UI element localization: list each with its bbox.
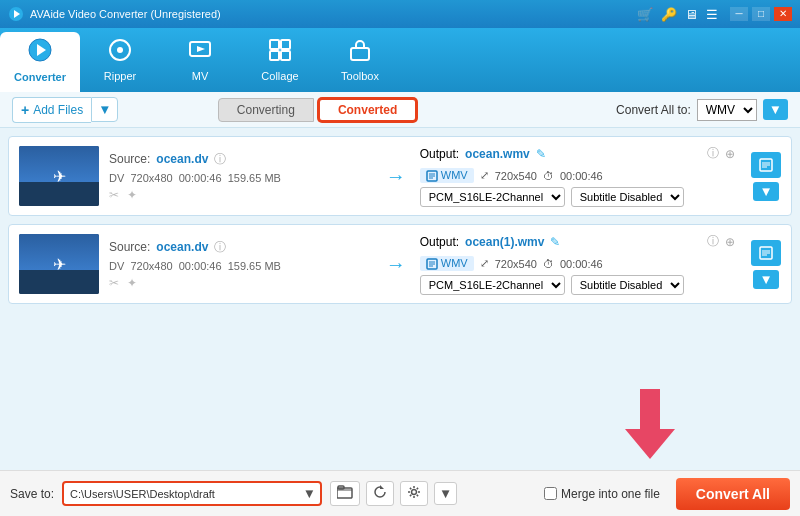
add-files-button[interactable]: + Add Files: [12, 97, 91, 123]
subtitle-select[interactable]: Subtitle Disabled: [571, 187, 684, 207]
item-options-dropdown[interactable]: ▼: [753, 270, 778, 289]
save-path-input[interactable]: [64, 485, 299, 503]
save-path-dropdown-button[interactable]: ▼: [299, 483, 320, 504]
convert-all-to-select[interactable]: WMV MP4 AVI: [697, 99, 757, 121]
bottom-icons: ▼: [330, 481, 457, 506]
info-icon[interactable]: ⓘ: [214, 239, 226, 256]
cart-icon[interactable]: 🛒: [637, 7, 653, 22]
item-convert-btn-group: ▼: [751, 240, 781, 289]
app-title: AVAide Video Converter (Unregistered): [30, 8, 637, 20]
nav-toolbox[interactable]: Toolbox: [320, 32, 400, 92]
nav-converter-label: Converter: [14, 71, 66, 83]
output-settings: WMV ⤢ 720x540 ⏱ 00:00:46 PCM_S16LE-2Chan…: [420, 168, 735, 207]
effects-icon[interactable]: ✦: [127, 188, 137, 202]
svg-rect-11: [281, 51, 290, 60]
output-row3: PCM_S16LE-2Channel Subtitle Disabled: [420, 187, 735, 207]
output-row1: Output: ocean(1).wmv ✎ ⓘ ⊕: [420, 233, 735, 250]
merge-checkbox-group: Merge into one file: [544, 487, 660, 501]
nav-items: Converter Ripper MV Collage: [0, 28, 400, 92]
merge-checkbox[interactable]: [544, 487, 557, 500]
subtitle-select[interactable]: Subtitle Disabled: [571, 275, 684, 295]
file-actions: ✂ ✦: [109, 188, 372, 202]
edit-icon[interactable]: ✎: [536, 147, 546, 161]
tab-group: Converting Converted: [218, 98, 417, 122]
size-label: 159.65 MB: [228, 172, 281, 184]
plus-icon: +: [21, 102, 29, 118]
nav-ripper-label: Ripper: [104, 70, 136, 82]
output-info: Output: ocean(1).wmv ✎ ⓘ ⊕ WMV ⤢ 720x540: [420, 233, 735, 295]
collage-icon: [268, 38, 292, 68]
item-options-dropdown[interactable]: ▼: [753, 182, 778, 201]
cut-icon[interactable]: ✂: [109, 276, 119, 290]
mv-icon: [188, 38, 212, 68]
res-icon: ⤢: [480, 257, 489, 270]
output-plus-icon[interactable]: ⊕: [725, 235, 735, 249]
nav-ripper[interactable]: Ripper: [80, 32, 160, 92]
file-thumbnail: ✈: [19, 234, 99, 294]
arrow-right-icon: →: [386, 253, 406, 276]
convert-all-label: Convert All: [696, 486, 770, 502]
output-info-icon[interactable]: ⓘ: [707, 145, 719, 162]
duration-label: 00:00:46: [179, 260, 222, 272]
file-item: ✈ Source: ocean.dv ⓘ DV 720x480 00:00:46…: [8, 136, 792, 216]
clock-icon: ⏱: [543, 170, 554, 182]
output-row1: Output: ocean.wmv ✎ ⓘ ⊕: [420, 145, 735, 162]
edit-icon[interactable]: ✎: [550, 235, 560, 249]
nav-converter[interactable]: Converter: [0, 32, 80, 92]
output-duration: 00:00:46: [560, 170, 603, 182]
item-convert-button[interactable]: [751, 240, 781, 266]
output-format-badge: WMV: [420, 256, 474, 271]
file-actions: ✂ ✦: [109, 276, 372, 290]
output-info: Output: ocean.wmv ✎ ⓘ ⊕ WMV ⤢ 720x540: [420, 145, 735, 207]
output-format: WMV: [441, 169, 468, 181]
output-filename: ocean.wmv: [465, 147, 530, 161]
file-item: ✈ Source: ocean.dv ⓘ DV 720x480 00:00:46…: [8, 224, 792, 304]
close-button[interactable]: ✕: [774, 7, 792, 21]
svg-rect-8: [270, 40, 279, 49]
menu-icon[interactable]: ☰: [706, 7, 718, 22]
svg-rect-10: [270, 51, 279, 60]
cut-icon[interactable]: ✂: [109, 188, 119, 202]
svg-rect-12: [351, 48, 369, 60]
nav-collage-label: Collage: [261, 70, 298, 82]
file-thumbnail: ✈: [19, 146, 99, 206]
add-files-dropdown-button[interactable]: ▼: [91, 97, 118, 122]
minimize-button[interactable]: ─: [730, 7, 748, 21]
output-info-icon[interactable]: ⓘ: [707, 233, 719, 250]
audio-channel-select[interactable]: PCM_S16LE-2Channel: [420, 275, 565, 295]
tab-converted[interactable]: Converted: [318, 98, 417, 122]
arrow-right-icon: →: [386, 165, 406, 188]
output-plus-icon[interactable]: ⊕: [725, 147, 735, 161]
converter-icon: [27, 37, 53, 69]
effects-icon[interactable]: ✦: [127, 276, 137, 290]
convert-all-button[interactable]: Convert All: [676, 478, 790, 510]
nav-mv[interactable]: MV: [160, 32, 240, 92]
app-window: AVAide Video Converter (Unregistered) 🛒 …: [0, 0, 800, 516]
settings-button[interactable]: [400, 481, 428, 506]
refresh-button[interactable]: [366, 481, 394, 506]
source-label: Source:: [109, 240, 150, 254]
item-convert-button[interactable]: [751, 152, 781, 178]
nav-collage[interactable]: Collage: [240, 32, 320, 92]
source-label: Source:: [109, 152, 150, 166]
settings-dropdown-button[interactable]: ▼: [434, 482, 457, 505]
maximize-button[interactable]: □: [752, 7, 770, 21]
file-meta: DV 720x480 00:00:46 159.65 MB: [109, 172, 372, 184]
output-format-badge: WMV: [420, 168, 474, 183]
merge-label[interactable]: Merge into one file: [561, 487, 660, 501]
format-label: DV: [109, 260, 124, 272]
tab-converting[interactable]: Converting: [218, 98, 314, 122]
main-toolbar: Converter Ripper MV Collage: [0, 28, 800, 92]
monitor-icon[interactable]: 🖥: [685, 7, 698, 22]
output-resolution: 720x540: [495, 170, 537, 182]
file-source-info: Source: ocean.dv ⓘ DV 720x480 00:00:46 1…: [109, 239, 372, 290]
info-icon[interactable]: ⓘ: [214, 151, 226, 168]
folder-open-button[interactable]: [330, 481, 360, 506]
convert-all-to-dropdown[interactable]: ▼: [763, 99, 788, 120]
file-source-info: Source: ocean.dv ⓘ DV 720x480 00:00:46 1…: [109, 151, 372, 202]
audio-channel-select[interactable]: PCM_S16LE-2Channel: [420, 187, 565, 207]
add-files-group: + Add Files ▼: [12, 97, 118, 123]
plane-icon: ✈: [53, 255, 66, 274]
key-icon[interactable]: 🔑: [661, 7, 677, 22]
svg-point-33: [412, 490, 417, 495]
